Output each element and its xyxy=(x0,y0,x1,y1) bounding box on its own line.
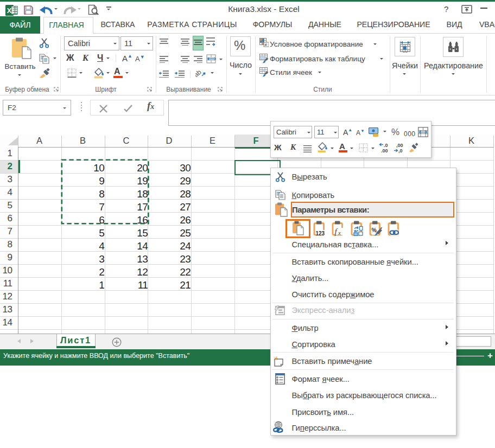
svg-text:.0: .0 xyxy=(384,143,388,148)
svg-text:ab: ab xyxy=(195,68,203,78)
svg-text:%: % xyxy=(372,227,377,233)
svg-text:,0: ,0 xyxy=(398,148,403,153)
svg-text:≠: ≠ xyxy=(265,42,268,47)
svg-text:.00: .00 xyxy=(381,148,388,153)
svg-text:,00: ,00 xyxy=(396,143,403,148)
svg-text:x: x xyxy=(338,229,341,236)
svg-text:123: 123 xyxy=(316,231,325,236)
